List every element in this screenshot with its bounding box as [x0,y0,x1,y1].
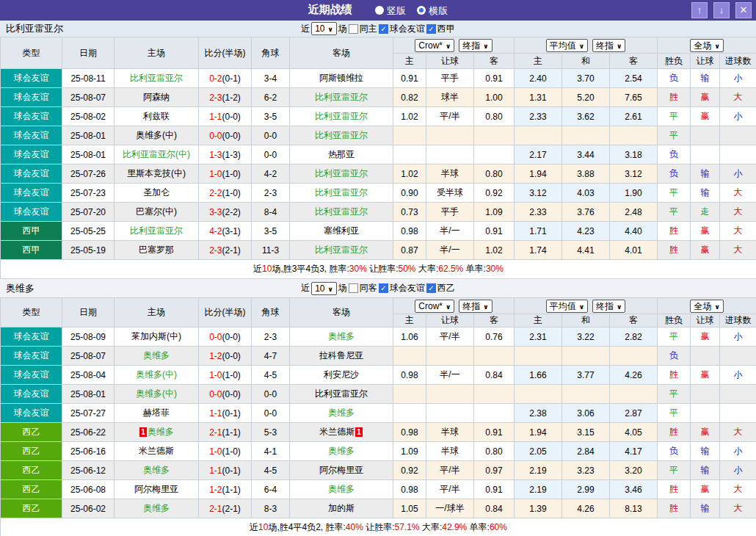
score-cell: 1-0(1-0) [199,442,252,461]
result-handicap: 输 [691,461,720,480]
away-team-cell: 拉科鲁尼亚 [290,347,393,366]
column-header: 进球数 [720,54,756,69]
column-header: 主 [515,314,562,327]
euro-final-odds-select[interactable]: 终指∨ [592,300,625,313]
filter-checkbox-2[interactable]: ✓ [426,24,436,34]
asian-home-odds: 1.02 [393,107,426,126]
euro-away-odds: 2.82 [610,327,658,347]
result-wdl: 胜 [658,88,691,107]
date-cell: 25-06-16 [62,442,115,461]
euro-home-odds: 2.19 [515,480,562,499]
date-cell: 25-07-27 [62,404,115,423]
league-type-cell: 球会友谊 [1,126,62,145]
result-goals: 大 [720,184,756,203]
filter-checkbox-0[interactable] [349,24,358,34]
average-odds-select[interactable]: 平均值∨ [546,39,588,52]
result-goals: 大 [720,88,756,107]
date-cell: 25-05-25 [62,222,115,241]
away-team-cell: 奥维多 [290,327,393,347]
euro-home-odds [515,385,562,404]
move-down-button[interactable]: ↓ [713,2,730,18]
asian-home-odds: 0.98 [393,222,426,241]
euro-home-odds: 1.31 [515,88,562,107]
matches-table: 类型日期主场比分(半场)角球客场 Crow*∨终指∨ 平均值∨终指∨ 全场∨ 主… [0,297,756,536]
league-type-cell: 球会友谊 [1,69,62,88]
result-goals: 小 [720,69,756,88]
games-count-select[interactable]: 10∨ [311,22,337,35]
table-row: 球会友谊 25-07-23 圣加仑 2-2(1-0) 2-3 比利亚雷亚尔 0.… [1,184,756,203]
result-goals: 小 [720,107,756,126]
chevron-down-icon: ∨ [714,43,719,50]
filter-checkbox-1[interactable]: ✓ [379,24,388,34]
titlebar: 近期战绩 竖版 横版 ↑ ↓ ✕ [0,0,756,21]
asian-away-odds [474,385,515,404]
asian-final-odds-select[interactable]: 终指∨ [459,300,492,313]
result-wdl: 胜 [658,499,691,518]
odds-source-select[interactable]: Crow*∨ [415,300,454,313]
column-header: 主 [393,314,426,327]
home-team-cell: 奥维多 [115,499,199,518]
table-row: 球会友谊 25-08-11 比利亚雷亚尔 0-2(0-1) 3-4 阿斯顿维拉 … [1,69,756,88]
corner-cell: 4-7 [252,347,290,366]
asian-handicap: 一/球半 [426,499,474,518]
corner-cell: 3-5 [252,107,290,126]
move-up-button[interactable]: ↑ [691,2,708,18]
score-cell: 1-1(0-1) [199,461,252,480]
result-handicap: 赢 [691,423,720,442]
red-card-badge: 1 [139,427,147,437]
euro-away-odds: 4.01 [610,241,658,260]
filter-checkbox-1[interactable]: ✓ [379,283,388,293]
chevron-down-icon: ∨ [483,303,488,311]
filter-checkbox-0[interactable] [349,283,358,293]
home-team-cell: 巴塞尔(中) [115,203,199,222]
odds-source-select[interactable]: Crow*∨ [415,39,454,52]
asian-home-odds: 0.98 [393,480,426,499]
home-team-cell: 奥维多(中) [115,126,199,145]
scope-select[interactable]: 全场∨ [690,300,723,313]
scope-select[interactable]: 全场∨ [690,39,723,52]
euro-draw-odds: 3.06 [562,404,610,423]
games-count-select[interactable]: 10∨ [311,282,337,295]
table-row: 球会友谊 25-08-01 奥维多(中) 0-0(0-0) 0-0 比利亚雷亚尔… [1,126,756,145]
euro-away-odds: 4.40 [610,222,658,241]
table-row: 西甲 25-05-19 巴塞罗那 2-3(2-1) 11-3 比利亚雷亚尔 0.… [1,241,756,260]
asian-home-odds: 0.98 [393,366,426,385]
asian-handicap: 平/半 [426,327,474,347]
euro-away-odds [610,385,658,404]
result-goals [720,126,756,145]
euro-draw-odds [562,126,610,145]
result-wdl: 平 [658,385,691,404]
average-odds-select[interactable]: 平均值∨ [546,300,588,313]
asian-home-odds [393,126,426,145]
result-goals: 小 [720,366,756,385]
team-section: 奥维多 近 10∨ 场 同客✓球会友谊✓西乙 类型日期主场比分(半场)角球客场 … [0,279,756,536]
summary-text: 近10场,胜3平4负3, 胜率:30% 让胜率:50% 大率:62.5% 单率:… [1,260,756,279]
result-handicap: 赢 [691,107,720,126]
away-team-cell: 比利亚雷亚尔 [290,203,393,222]
asian-final-odds-select[interactable]: 终指∨ [459,39,492,52]
games-suffix-label: 场 [338,282,347,294]
euro-away-odds: 2.48 [610,203,658,222]
date-cell: 25-06-08 [62,480,115,499]
radio-horizontal[interactable] [417,6,426,15]
euro-final-odds-select[interactable]: 终指∨ [592,39,625,52]
radio-vertical[interactable] [375,6,384,15]
column-header: 胜负 [658,54,691,69]
asian-home-odds: 0.98 [393,423,426,442]
result-goals [720,385,756,404]
euro-draw-odds: 4.41 [562,241,610,260]
asian-away-odds: 0.80 [474,442,515,461]
near-label: 近 [301,282,310,294]
league-type-cell: 西甲 [1,222,62,241]
asian-away-odds: 0.92 [474,184,515,203]
table-row: 球会友谊 25-07-27 赫塔菲 1-1(0-1) 0-0 奥维多 2.38 … [1,404,756,423]
date-cell: 25-08-01 [62,126,115,145]
close-button[interactable]: ✕ [735,2,752,18]
games-suffix-label: 场 [338,23,347,35]
result-wdl: 胜 [658,222,691,241]
away-team-cell: 比利亚雷亚尔 [290,385,393,404]
home-team-cell: 巴塞罗那 [115,241,199,260]
filter-checkbox-2[interactable]: ✓ [426,283,436,293]
corner-cell: 11-3 [252,241,290,260]
league-type-cell: 西乙 [1,423,62,442]
